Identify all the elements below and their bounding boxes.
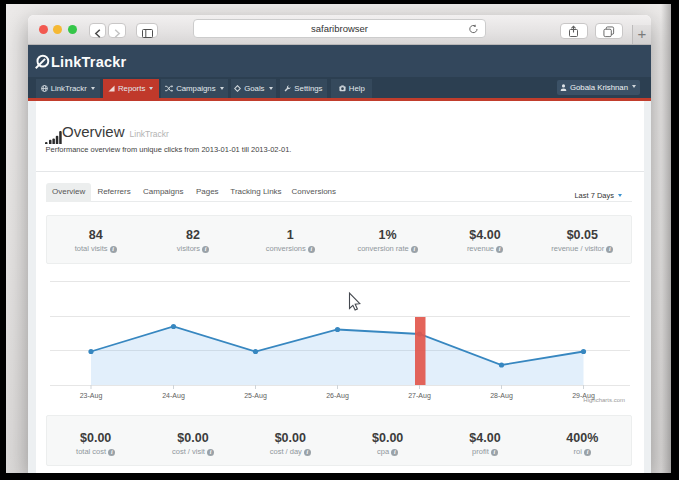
svg-text:23-Aug: 23-Aug xyxy=(80,392,103,400)
svg-text:27-Aug: 27-Aug xyxy=(408,392,431,400)
svg-text:25-Aug: 25-Aug xyxy=(244,392,267,400)
svg-text:26-Aug: 26-Aug xyxy=(326,392,349,400)
svg-text:24-Aug: 24-Aug xyxy=(162,392,185,400)
svg-text:Highcharts.com: Highcharts.com xyxy=(583,397,625,403)
svg-text:28-Aug: 28-Aug xyxy=(490,392,513,400)
